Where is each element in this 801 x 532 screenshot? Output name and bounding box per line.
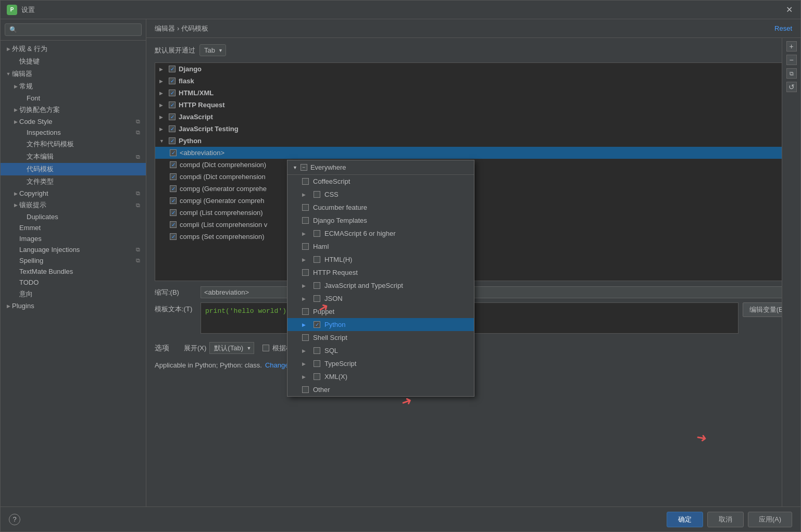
reset-button[interactable]: Reset <box>774 24 792 32</box>
dropdown-item-cucumber[interactable]: Cucumber feature <box>287 201 474 214</box>
footer-right: 确定 取消 应用(A) <box>667 512 792 527</box>
ok-button[interactable]: 确定 <box>667 512 703 527</box>
item-checkbox[interactable] <box>314 230 320 237</box>
reformat-checkbox[interactable] <box>262 345 269 351</box>
dropdown-item-shell-script[interactable]: Shell Script <box>287 331 474 344</box>
sidebar-item-editor[interactable]: ▼ 编辑器 <box>1 68 146 80</box>
item-checkbox[interactable]: ✓ <box>170 161 177 168</box>
sidebar-item-font[interactable]: Font <box>1 93 146 104</box>
group-checkbox-html[interactable]: ✓ <box>169 90 176 96</box>
sidebar-item-emmet[interactable]: Emmet <box>1 222 146 233</box>
dropdown-header-checkbox[interactable]: − <box>301 164 307 171</box>
dropdown-item-html[interactable]: ▶ HTML(H) <box>287 253 474 266</box>
item-checkbox[interactable] <box>314 360 320 367</box>
item-checkbox[interactable] <box>314 282 320 289</box>
sidebar-item-spelling[interactable]: Spelling ⧉ <box>1 255 146 266</box>
dropdown-item-json[interactable]: ▶ JSON <box>287 292 474 305</box>
dropdown-item-coffeescript[interactable]: CoffeeScript <box>287 175 474 188</box>
group-js-testing[interactable]: ▶ ✓ JavaScript Testing <box>155 123 784 135</box>
item-checkbox[interactable] <box>314 295 320 302</box>
item-checkbox[interactable]: ✓ <box>170 173 177 180</box>
group-checkbox-django[interactable]: ✓ <box>169 66 176 72</box>
help-button[interactable]: ? <box>9 514 20 525</box>
arrow-icon <box>19 213 27 221</box>
item-checkbox[interactable] <box>302 217 309 224</box>
item-checkbox[interactable] <box>302 204 309 211</box>
item-checkbox[interactable]: ✓ <box>170 221 177 228</box>
dropdown-item-typescript[interactable]: ▶ TypeScript <box>287 357 474 370</box>
item-checkbox[interactable] <box>302 386 309 393</box>
item-checkbox[interactable] <box>302 178 309 185</box>
cancel-button[interactable]: 取消 <box>707 512 744 527</box>
group-python[interactable]: ▼ ✓ Python <box>155 135 784 147</box>
group-checkbox-flask[interactable]: ✓ <box>169 78 176 84</box>
item-checkbox[interactable] <box>314 347 320 354</box>
sidebar-item-file-types[interactable]: 文件类型 <box>1 175 146 188</box>
arrow-icon: ▶ <box>12 83 19 90</box>
apply-button[interactable]: 应用(A) <box>748 512 792 527</box>
group-http-request[interactable]: ▶ ✓ HTTP Request <box>155 99 784 111</box>
sidebar-item-inlay-hints[interactable]: ▶ 镶嵌提示 ⧉ <box>1 199 146 211</box>
group-checkbox-js[interactable]: ✓ <box>169 113 176 120</box>
sidebar-item-appearance[interactable]: ▶ 外观 & 行为 <box>1 43 146 55</box>
item-checkbox[interactable] <box>302 308 309 315</box>
dropdown-item-ecmascript[interactable]: ▶ ECMAScript 6 or higher <box>287 227 474 240</box>
sidebar-item-text-edit[interactable]: 文本编辑 ⧉ <box>1 150 146 163</box>
dropdown-item-haml[interactable]: Haml <box>287 240 474 253</box>
dropdown-item-other[interactable]: Other <box>287 383 474 396</box>
sidebar-item-code-style[interactable]: ▶ Code Style ⧉ <box>1 116 146 127</box>
template-item-abbreviation[interactable]: ✓ <abbreviation> <box>155 147 784 159</box>
close-button[interactable]: ✕ <box>784 5 794 15</box>
item-checkbox[interactable] <box>314 256 320 263</box>
group-checkbox-python[interactable]: ✓ <box>169 137 176 144</box>
dropdown-item-css[interactable]: ▶ CSS <box>287 188 474 201</box>
sidebar-item-file-templates[interactable]: 文件和代码模板 <box>1 138 146 150</box>
item-checkbox[interactable] <box>302 334 309 341</box>
item-checkbox[interactable]: ✓ <box>170 185 177 192</box>
sidebar-item-code-templates[interactable]: 代码模板 <box>1 163 146 175</box>
group-django[interactable]: ▶ ✓ Django <box>155 63 784 75</box>
sidebar-item-color-scheme[interactable]: ▶ 切换配色方案 <box>1 104 146 116</box>
dropdown-item-puppet[interactable]: Puppet <box>287 305 474 318</box>
undo-button[interactable]: ↺ <box>786 82 797 92</box>
dropdown-item-js-ts[interactable]: ▶ JavaScript and TypeScript <box>287 279 474 292</box>
sidebar-item-general[interactable]: ▶ 常规 <box>1 80 146 93</box>
add-button[interactable]: + <box>786 41 797 52</box>
sidebar-item-shortcuts[interactable]: 快捷键 <box>1 55 146 68</box>
item-checkbox[interactable] <box>302 269 309 276</box>
group-arrow-icon: ▶ <box>159 126 166 132</box>
sidebar-item-todo[interactable]: TODO <box>1 277 146 288</box>
sidebar-item-inspections[interactable]: Inspections ⧉ <box>1 127 146 138</box>
item-checkbox[interactable] <box>302 243 309 250</box>
item-checkbox[interactable]: ✓ <box>170 197 177 204</box>
sidebar-item-intentions[interactable]: 意向 <box>1 288 146 300</box>
sidebar-item-language-injections[interactable]: Language Injections ⧉ <box>1 244 146 255</box>
sidebar-item-copyright[interactable]: ▶ Copyright ⧉ <box>1 188 146 199</box>
sidebar-item-textmate[interactable]: TextMate Bundles <box>1 266 146 277</box>
item-checkbox[interactable] <box>314 191 320 198</box>
sidebar-item-duplicates[interactable]: Duplicates <box>1 211 146 222</box>
dropdown-item-django-templates[interactable]: Django Templates <box>287 214 474 227</box>
item-checkbox[interactable] <box>314 373 320 380</box>
group-checkbox-http[interactable]: ✓ <box>169 102 176 108</box>
group-checkbox-js-testing[interactable]: ✓ <box>169 125 176 132</box>
dropdown-item-sql[interactable]: ▶ SQL <box>287 344 474 357</box>
expand-select[interactable]: Tab <box>199 44 226 56</box>
expand-option-select[interactable]: 默认(Tab) <box>209 342 254 354</box>
group-javascript[interactable]: ▶ ✓ JavaScript <box>155 111 784 123</box>
group-html-xml[interactable]: ▶ ✓ HTML/XML <box>155 87 784 99</box>
item-checkbox[interactable]: ✓ <box>170 149 177 156</box>
remove-button[interactable]: − <box>786 55 797 65</box>
dropdown-header[interactable]: ▼ − Everywhere <box>287 160 474 175</box>
dropdown-item-http-request[interactable]: HTTP Request <box>287 266 474 279</box>
item-checkbox[interactable]: ✓ <box>170 233 177 240</box>
item-checkbox[interactable]: ✓ <box>170 209 177 216</box>
sidebar-item-images[interactable]: Images <box>1 233 146 244</box>
copy-template-button[interactable]: ⧉ <box>786 68 797 79</box>
dropdown-item-xml[interactable]: ▶ XML(X) <box>287 370 474 383</box>
sidebar-item-plugins[interactable]: ▶ Plugins <box>1 300 146 311</box>
dropdown-item-python[interactable]: ▶ ✓ Python <box>287 318 474 331</box>
item-checkbox[interactable]: ✓ <box>314 321 320 328</box>
search-input[interactable] <box>5 23 142 36</box>
group-flask[interactable]: ▶ ✓ flask <box>155 75 784 87</box>
